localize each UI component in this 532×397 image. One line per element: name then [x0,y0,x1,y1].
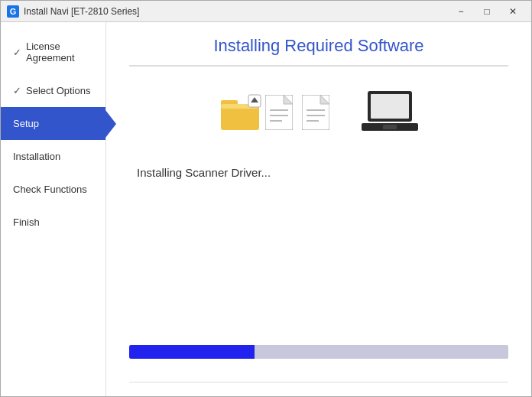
sidebar-item-check-functions[interactable]: Check Functions [1,173,105,206]
progress-bar-fill [129,345,255,359]
sidebar-item-select-options[interactable]: ✓ Select Options [1,74,105,107]
check-icon-license: ✓ [13,47,21,58]
page-title-area: Installing Required Software [129,22,508,67]
folder-icon [221,96,258,129]
sidebar-label-setup: Setup [13,118,39,129]
titlebar: G Install Navi [ET-2810 Series] − □ ✕ [1,1,531,22]
sidebar-label-installation: Installation [13,151,60,162]
sidebar-item-finish[interactable]: Finish [1,206,105,239]
progress-area [129,345,508,374]
svg-rect-18 [371,94,409,119]
titlebar-controls: − □ ✕ [449,3,525,20]
sidebar-label-select-options: Select Options [26,85,91,96]
file-icon-2 [302,95,331,130]
titlebar-left: G Install Navi [ET-2810 Series] [7,5,139,18]
main-layout: ✓ License Agreement ✓ Select Options Set… [1,22,531,397]
page-title: Installing Required Software [129,36,508,56]
check-icon-select-options: ✓ [13,85,21,96]
sidebar-label-check-functions: Check Functions [13,184,87,195]
svg-text:G: G [10,7,17,16]
svg-rect-20 [383,125,397,129]
sidebar-label-license: License Agreement [26,41,96,63]
minimize-button[interactable]: − [449,3,473,20]
progress-bar-container [129,345,508,359]
sidebar-item-license[interactable]: ✓ License Agreement [1,30,105,74]
sidebar-item-installation[interactable]: Installation [1,140,105,173]
restore-button[interactable]: □ [475,3,499,20]
sidebar-item-setup[interactable]: Setup [1,107,105,140]
icons-row [129,82,508,143]
file-icon-1 [265,95,294,130]
content-area: Installing Required Software [106,22,531,397]
laptop-icon [362,89,417,135]
close-button[interactable]: ✕ [501,3,525,20]
sidebar: ✓ License Agreement ✓ Select Options Set… [1,22,106,397]
bottom-divider [129,382,508,382]
app-icon: G [7,5,19,18]
status-text: Installing Scanner Driver... [129,166,508,179]
sidebar-label-finish: Finish [13,216,40,228]
titlebar-title: Install Navi [ET-2810 Series] [24,6,139,17]
